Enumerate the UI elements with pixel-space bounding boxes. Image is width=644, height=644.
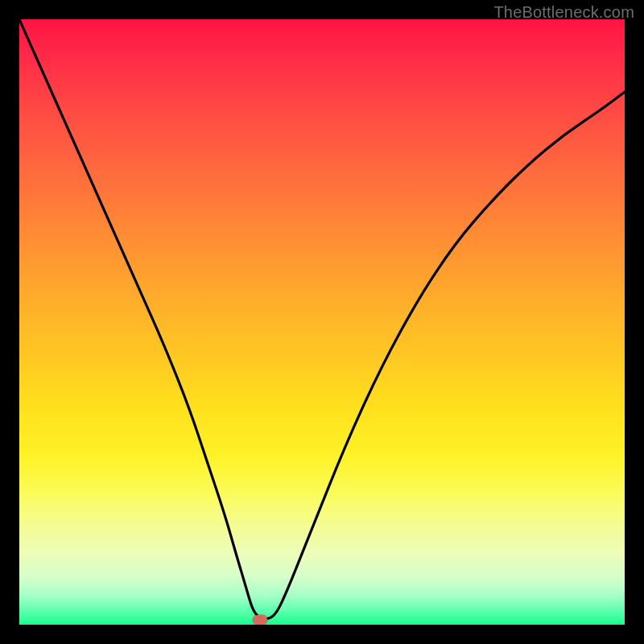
- watermark-text: TheBottleneck.com: [493, 3, 634, 22]
- curve-path: [19, 19, 625, 619]
- min-marker: [253, 615, 267, 625]
- chart-frame: TheBottleneck.com: [0, 0, 644, 644]
- plot-area: [19, 19, 625, 625]
- bottleneck-curve: [19, 19, 625, 625]
